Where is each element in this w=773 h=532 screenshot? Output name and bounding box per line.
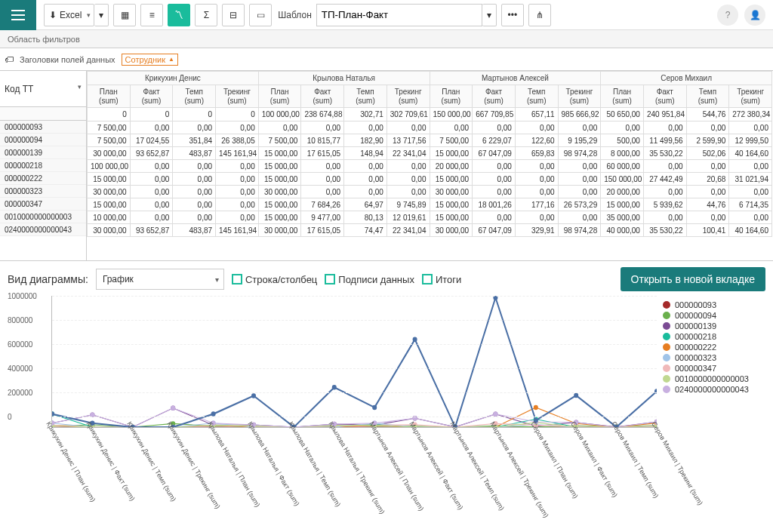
data-cell: 100,41: [686, 224, 729, 237]
row-code[interactable]: 000000347: [0, 198, 86, 211]
chart-view-label: Вид диаграммы:: [8, 273, 88, 285]
bar-chart-button[interactable]: ≡: [140, 4, 163, 26]
data-cell: 0,00: [473, 186, 516, 198]
column-header[interactable]: Факт (sum): [643, 85, 686, 108]
column-header[interactable]: Темп (sum): [173, 85, 216, 108]
column-header[interactable]: Факт (sum): [130, 85, 173, 108]
chart-panel: Вид диаграммы: График Строка/столбец Под…: [0, 261, 773, 507]
legend-item[interactable]: 000000139: [663, 321, 765, 331]
row-code[interactable]: 000000139: [0, 146, 86, 159]
column-header[interactable]: Темп (sum): [686, 85, 729, 108]
legend-item[interactable]: 000000094: [663, 311, 765, 320]
total-cell: 0: [216, 108, 259, 121]
data-cell: 10 000,00: [88, 211, 131, 224]
legend-item[interactable]: 0010000000000003: [663, 374, 765, 383]
line-chart-button[interactable]: 〽: [168, 4, 190, 26]
grid-view-button[interactable]: ▦: [113, 4, 136, 26]
help-button[interactable]: ?: [717, 5, 738, 26]
data-cell: 0,00: [301, 173, 344, 186]
legend-item[interactable]: 000000093: [663, 300, 765, 309]
data-cell: 182,90: [344, 134, 387, 147]
row-code[interactable]: 000000218: [0, 159, 86, 172]
column-header[interactable]: План (sum): [258, 85, 301, 108]
checkbox-row-col[interactable]: Строка/столбец: [232, 274, 317, 285]
data-cell: 15 000,00: [258, 211, 301, 224]
data-cell: 0,00: [515, 121, 558, 134]
data-cell: 659,83: [515, 147, 558, 160]
column-header[interactable]: План (sum): [88, 85, 131, 108]
column-header[interactable]: Темп (sum): [515, 85, 558, 108]
excel-dropdown-arrow[interactable]: ▾: [94, 4, 109, 26]
data-cell: 40 000,00: [601, 224, 644, 237]
column-header[interactable]: Трекинг (sum): [558, 85, 601, 108]
share-button[interactable]: ⋔: [528, 4, 551, 26]
column-header[interactable]: Темп (sum): [344, 85, 387, 108]
data-cell: 15 000,00: [601, 198, 644, 211]
sigma-button[interactable]: Σ: [195, 4, 217, 26]
row-code[interactable]: 000000093: [0, 121, 86, 134]
layout-button[interactable]: ▭: [249, 4, 272, 26]
data-cell: 17 615,05: [301, 224, 344, 237]
employee-tag[interactable]: Сотрудник▲: [122, 54, 178, 66]
column-header[interactable]: План (sum): [430, 85, 473, 108]
row-code[interactable]: 000000222: [0, 172, 86, 185]
data-cell: 7 500,00: [88, 121, 131, 134]
data-cell: 98 974,28: [558, 224, 601, 237]
total-cell: 240 951,84: [643, 108, 686, 121]
more-button[interactable]: •••: [501, 4, 524, 26]
row-code[interactable]: 000000094: [0, 134, 86, 146]
column-header[interactable]: Трекинг (sum): [729, 85, 772, 108]
template-dropdown[interactable]: ▾: [482, 4, 497, 26]
data-cell: 18 001,26: [473, 198, 516, 211]
employee-header[interactable]: Серов Михаил: [601, 72, 772, 85]
checkbox-data-labels[interactable]: Подписи данных: [325, 274, 414, 285]
data-cell: 0,00: [344, 173, 387, 186]
data-cell: 0,00: [130, 121, 173, 134]
template-input[interactable]: [316, 4, 482, 26]
row-code[interactable]: 0240000000000043: [0, 223, 86, 236]
employee-header[interactable]: Мартынов Алексей: [430, 72, 601, 85]
row-code[interactable]: 000000323: [0, 185, 86, 198]
open-new-tab-button[interactable]: Открыть в новой вкладке: [621, 267, 765, 291]
column-header[interactable]: Трекинг (sum): [386, 85, 430, 108]
tree-button[interactable]: ⊟: [222, 4, 245, 26]
checkbox-totals[interactable]: Итоги: [422, 274, 461, 285]
filter-area[interactable]: Область фильтров: [0, 30, 773, 48]
chart-type-select[interactable]: График: [96, 269, 224, 290]
legend-item[interactable]: 000000347: [663, 364, 765, 373]
export-excel-button[interactable]: ⬇ Excel: [44, 4, 94, 26]
total-cell: 657,11: [515, 108, 558, 121]
column-header[interactable]: Факт (sum): [473, 85, 516, 108]
data-cell: 0,00: [686, 211, 729, 224]
data-cell: 15 000,00: [88, 198, 131, 211]
menu-button[interactable]: [0, 0, 36, 30]
legend-item[interactable]: 000000222: [663, 343, 765, 352]
data-cell: 15 000,00: [258, 198, 301, 211]
legend-item[interactable]: 0240000000000043: [663, 385, 765, 394]
row-code[interactable]: 0010000000000003: [0, 211, 86, 223]
data-cell: 98 974,28: [558, 147, 601, 160]
employee-header[interactable]: Крылова Наталья: [258, 72, 430, 85]
chart-plot[interactable]: 02000004000006000008000001000000 Крикухи…: [8, 296, 660, 507]
column-header[interactable]: План (sum): [601, 85, 644, 108]
user-button[interactable]: 👤: [744, 5, 765, 26]
legend-item[interactable]: 000000218: [663, 332, 765, 341]
column-header[interactable]: Трекинг (sum): [216, 85, 259, 108]
data-cell: 0,00: [729, 121, 772, 134]
data-cell: 0,00: [558, 173, 601, 186]
sort-asc-icon: ▲: [168, 56, 174, 63]
data-cell: 0,00: [643, 121, 686, 134]
data-cell: 9 477,00: [301, 211, 344, 224]
data-table: Крикухин ДенисКрылова НатальяМартынов Ал…: [87, 71, 772, 237]
data-cell: 100 000,00: [88, 160, 131, 173]
legend-item[interactable]: 000000323: [663, 353, 765, 362]
data-cell: 0,00: [130, 211, 173, 224]
column-header[interactable]: Факт (sum): [301, 85, 344, 108]
data-cell: 0,00: [515, 160, 558, 173]
data-cell: 0,00: [643, 160, 686, 173]
data-cell: 7 500,00: [88, 134, 131, 147]
row-dimension-dropdown[interactable]: Код ТТ: [0, 71, 86, 107]
employee-header[interactable]: Крикухин Денис: [88, 72, 259, 85]
data-cell: 20 000,00: [601, 186, 644, 198]
data-cell: 11 499,56: [643, 134, 686, 147]
